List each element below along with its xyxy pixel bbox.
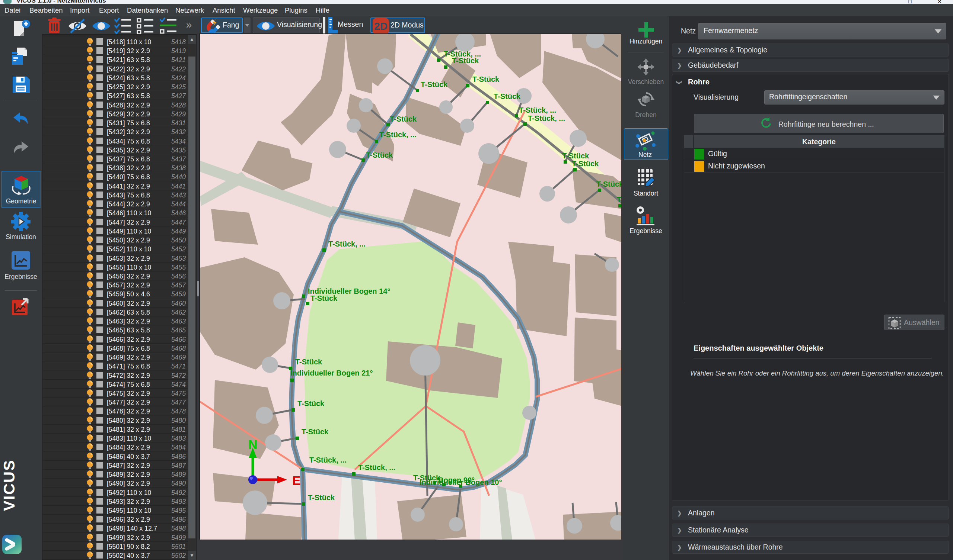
svg-text:T-Stück: T-Stück: [390, 115, 417, 123]
svg-text:T-Stück: T-Stück: [310, 294, 338, 302]
svg-text:T-Stück: T-Stück: [562, 152, 589, 160]
svg-text:T-Stück, ...: T-Stück, ...: [358, 463, 395, 472]
svg-text:T-Stück: T-Stück: [295, 358, 322, 366]
svg-text:2D: 2D: [374, 20, 388, 32]
svg-text:T-Stück: T-Stück: [452, 57, 479, 65]
svg-text:T-Stück, ...: T-Stück, ...: [379, 130, 417, 139]
svg-text:Bogen 90°: Bogen 90°: [438, 476, 475, 484]
svg-text:T-Stück, ...: T-Stück, ...: [519, 106, 556, 114]
svg-text:T-S: T-S: [617, 196, 621, 204]
svg-text:T-Stück: T-Stück: [572, 159, 599, 168]
svg-text:T-Stück: T-Stück: [308, 493, 335, 502]
svg-text:Individueller Bogen 21°: Individueller Bogen 21°: [290, 369, 373, 377]
svg-text:T-Stück: T-Stück: [298, 399, 324, 408]
svg-text:N: N: [248, 437, 258, 452]
svg-text:T-Stück: T-Stück: [301, 428, 329, 436]
svg-text:T-Stück, ...: T-Stück, ...: [328, 240, 366, 248]
svg-text:T-Stück: T-Stück: [596, 180, 621, 188]
svg-text:T-Stück, ...: T-Stück, ...: [528, 114, 565, 122]
svg-text:T-Stück: T-Stück: [366, 151, 393, 159]
svg-text:T-Stück: T-Stück: [494, 92, 521, 101]
svg-text:E: E: [292, 473, 301, 487]
svg-text:T-Stück, ...: T-Stück, ...: [309, 456, 346, 464]
svg-text:T-Stück: T-Stück: [421, 80, 448, 88]
svg-text:T-Stück: T-Stück: [472, 75, 500, 83]
